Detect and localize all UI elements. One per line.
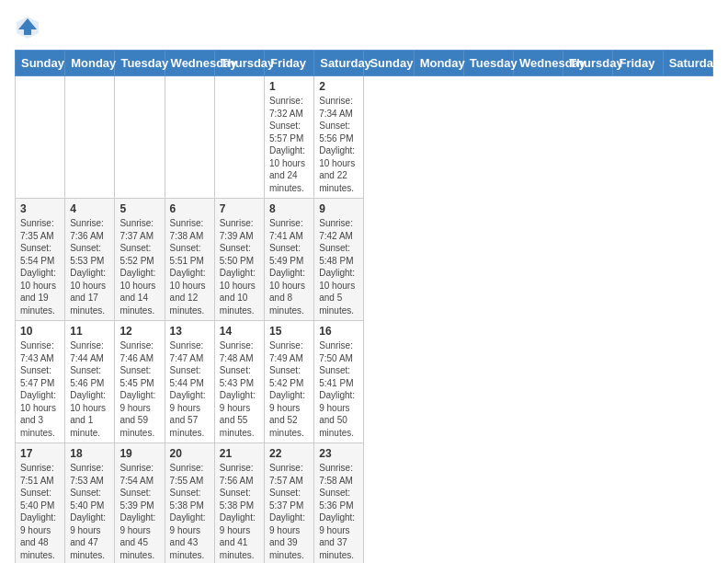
day-of-week-header: Monday xyxy=(65,51,115,76)
day-of-week-header: Tuesday xyxy=(115,51,165,76)
calendar-day-cell xyxy=(165,76,214,199)
calendar-week-row: 1Sunrise: 7:32 AM Sunset: 5:57 PM Daylig… xyxy=(16,76,713,199)
calendar-day-cell xyxy=(115,76,165,199)
calendar-header-row: SundayMondayTuesdayWednesdayThursdayFrid… xyxy=(16,51,713,76)
day-of-week-header: Sunday xyxy=(364,51,414,76)
calendar-day-cell: 19Sunrise: 7:54 AM Sunset: 5:39 PM Dayli… xyxy=(115,443,165,564)
day-number: 9 xyxy=(319,202,358,215)
day-number: 18 xyxy=(70,447,109,460)
day-number: 11 xyxy=(70,325,109,338)
calendar-day-cell: 17Sunrise: 7:51 AM Sunset: 5:40 PM Dayli… xyxy=(16,443,65,564)
calendar-day-cell: 6Sunrise: 7:38 AM Sunset: 5:51 PM Daylig… xyxy=(165,199,214,321)
day-number: 4 xyxy=(70,202,109,215)
day-info: Sunrise: 7:57 AM Sunset: 5:37 PM Dayligh… xyxy=(269,462,309,561)
day-number: 1 xyxy=(269,80,309,93)
calendar-day-cell: 3Sunrise: 7:35 AM Sunset: 5:54 PM Daylig… xyxy=(16,199,65,321)
day-number: 21 xyxy=(220,447,259,460)
day-number: 15 xyxy=(269,325,309,338)
day-number: 5 xyxy=(119,202,159,215)
day-of-week-header: Thursday xyxy=(563,51,613,76)
calendar-day-cell: 12Sunrise: 7:46 AM Sunset: 5:45 PM Dayli… xyxy=(115,321,165,443)
calendar-day-cell: 20Sunrise: 7:55 AM Sunset: 5:38 PM Dayli… xyxy=(165,443,214,564)
day-info: Sunrise: 7:53 AM Sunset: 5:40 PM Dayligh… xyxy=(70,462,109,561)
calendar-day-cell: 1Sunrise: 7:32 AM Sunset: 5:57 PM Daylig… xyxy=(265,76,314,199)
day-number: 8 xyxy=(269,202,309,215)
day-number: 20 xyxy=(170,447,210,460)
day-number: 23 xyxy=(319,447,358,460)
day-of-week-header: Friday xyxy=(265,51,314,76)
day-info: Sunrise: 7:46 AM Sunset: 5:45 PM Dayligh… xyxy=(119,339,159,439)
calendar-day-cell: 5Sunrise: 7:37 AM Sunset: 5:52 PM Daylig… xyxy=(115,199,165,321)
calendar-day-cell: 22Sunrise: 7:57 AM Sunset: 5:37 PM Dayli… xyxy=(265,443,314,564)
calendar-day-cell: 18Sunrise: 7:53 AM Sunset: 5:40 PM Dayli… xyxy=(65,443,115,564)
day-info: Sunrise: 7:39 AM Sunset: 5:50 PM Dayligh… xyxy=(220,217,259,316)
day-number: 16 xyxy=(319,325,358,338)
calendar-day-cell: 10Sunrise: 7:43 AM Sunset: 5:47 PM Dayli… xyxy=(16,321,65,443)
day-info: Sunrise: 7:43 AM Sunset: 5:47 PM Dayligh… xyxy=(20,339,60,439)
calendar-day-cell: 14Sunrise: 7:48 AM Sunset: 5:43 PM Dayli… xyxy=(214,321,264,443)
calendar-week-row: 17Sunrise: 7:51 AM Sunset: 5:40 PM Dayli… xyxy=(16,443,713,564)
calendar-day-cell xyxy=(16,76,65,199)
calendar-day-cell: 9Sunrise: 7:42 AM Sunset: 5:48 PM Daylig… xyxy=(314,199,364,321)
day-of-week-header: Saturday xyxy=(314,51,364,76)
calendar-day-cell: 4Sunrise: 7:36 AM Sunset: 5:53 PM Daylig… xyxy=(65,199,115,321)
day-info: Sunrise: 7:41 AM Sunset: 5:49 PM Dayligh… xyxy=(269,217,309,316)
day-info: Sunrise: 7:32 AM Sunset: 5:57 PM Dayligh… xyxy=(269,95,309,194)
day-of-week-header: Sunday xyxy=(16,51,65,76)
day-info: Sunrise: 7:54 AM Sunset: 5:39 PM Dayligh… xyxy=(119,462,159,561)
calendar-day-cell: 21Sunrise: 7:56 AM Sunset: 5:38 PM Dayli… xyxy=(214,443,264,564)
day-info: Sunrise: 7:34 AM Sunset: 5:56 PM Dayligh… xyxy=(319,95,358,194)
page-header xyxy=(15,15,713,40)
day-number: 7 xyxy=(220,202,259,215)
day-number: 13 xyxy=(170,325,210,338)
day-info: Sunrise: 7:50 AM Sunset: 5:41 PM Dayligh… xyxy=(319,339,358,439)
calendar-day-cell xyxy=(214,76,264,199)
calendar-day-cell xyxy=(65,76,115,199)
calendar-table: SundayMondayTuesdayWednesdayThursdayFrid… xyxy=(15,50,713,563)
day-number: 14 xyxy=(220,325,259,338)
day-number: 3 xyxy=(20,202,60,215)
day-of-week-header: Wednesday xyxy=(165,51,214,76)
calendar-week-row: 10Sunrise: 7:43 AM Sunset: 5:47 PM Dayli… xyxy=(16,321,713,443)
day-info: Sunrise: 7:51 AM Sunset: 5:40 PM Dayligh… xyxy=(20,462,60,561)
day-of-week-header: Wednesday xyxy=(514,51,563,76)
day-of-week-header: Tuesday xyxy=(463,51,513,76)
day-info: Sunrise: 7:44 AM Sunset: 5:46 PM Dayligh… xyxy=(70,339,109,439)
day-info: Sunrise: 7:58 AM Sunset: 5:36 PM Dayligh… xyxy=(319,462,358,561)
day-number: 22 xyxy=(269,447,309,460)
calendar-day-cell: 16Sunrise: 7:50 AM Sunset: 5:41 PM Dayli… xyxy=(314,321,364,443)
calendar-day-cell: 11Sunrise: 7:44 AM Sunset: 5:46 PM Dayli… xyxy=(65,321,115,443)
day-of-week-header: Monday xyxy=(414,51,463,76)
day-number: 17 xyxy=(20,447,60,460)
day-info: Sunrise: 7:55 AM Sunset: 5:38 PM Dayligh… xyxy=(170,462,210,561)
calendar-day-cell: 23Sunrise: 7:58 AM Sunset: 5:36 PM Dayli… xyxy=(314,443,364,564)
logo xyxy=(15,15,44,40)
day-info: Sunrise: 7:36 AM Sunset: 5:53 PM Dayligh… xyxy=(70,217,109,316)
calendar-day-cell: 8Sunrise: 7:41 AM Sunset: 5:49 PM Daylig… xyxy=(265,199,314,321)
calendar-day-cell: 13Sunrise: 7:47 AM Sunset: 5:44 PM Dayli… xyxy=(165,321,214,443)
day-info: Sunrise: 7:47 AM Sunset: 5:44 PM Dayligh… xyxy=(170,339,210,439)
logo-icon xyxy=(15,15,40,40)
day-info: Sunrise: 7:56 AM Sunset: 5:38 PM Dayligh… xyxy=(220,462,259,561)
svg-rect-2 xyxy=(24,29,31,35)
day-of-week-header: Thursday xyxy=(214,51,264,76)
day-info: Sunrise: 7:49 AM Sunset: 5:42 PM Dayligh… xyxy=(269,339,309,439)
day-info: Sunrise: 7:35 AM Sunset: 5:54 PM Dayligh… xyxy=(20,217,60,316)
day-info: Sunrise: 7:37 AM Sunset: 5:52 PM Dayligh… xyxy=(119,217,159,316)
day-number: 12 xyxy=(119,325,159,338)
day-of-week-header: Friday xyxy=(613,51,663,76)
calendar-day-cell: 15Sunrise: 7:49 AM Sunset: 5:42 PM Dayli… xyxy=(265,321,314,443)
day-number: 10 xyxy=(20,325,60,338)
day-number: 2 xyxy=(319,80,358,93)
calendar-day-cell: 2Sunrise: 7:34 AM Sunset: 5:56 PM Daylig… xyxy=(314,76,364,199)
day-number: 6 xyxy=(170,202,210,215)
calendar-day-cell: 7Sunrise: 7:39 AM Sunset: 5:50 PM Daylig… xyxy=(214,199,264,321)
day-info: Sunrise: 7:38 AM Sunset: 5:51 PM Dayligh… xyxy=(170,217,210,316)
day-info: Sunrise: 7:48 AM Sunset: 5:43 PM Dayligh… xyxy=(220,339,259,439)
calendar-week-row: 3Sunrise: 7:35 AM Sunset: 5:54 PM Daylig… xyxy=(16,199,713,321)
day-number: 19 xyxy=(119,447,159,460)
day-of-week-header: Saturday xyxy=(663,51,712,76)
day-info: Sunrise: 7:42 AM Sunset: 5:48 PM Dayligh… xyxy=(319,217,358,316)
